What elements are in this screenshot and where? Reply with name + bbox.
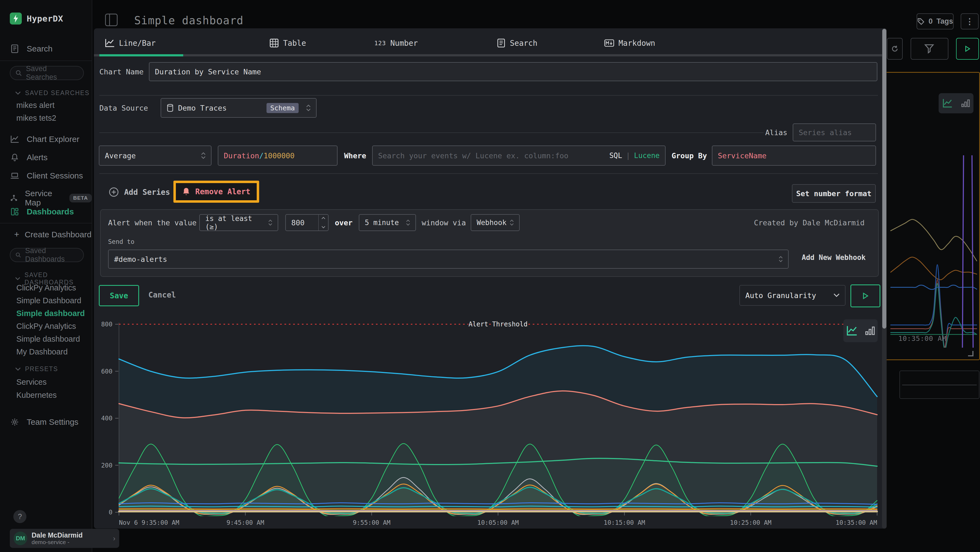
aggregation-select[interactable]: Average [99,145,212,166]
sidebar-collapse-icon[interactable] [105,14,118,26]
saved-dashboards-input[interactable]: Saved Dashboards [10,248,84,262]
tab-table[interactable]: Table [269,36,306,50]
series-flat-orange [119,508,877,509]
alias-input[interactable]: Series alias [793,123,876,141]
sql-toggle[interactable]: SQL [609,152,622,160]
refresh-icon [891,45,899,53]
group-by-input[interactable]: ServiceName [712,145,876,166]
dashboard-item-2[interactable]: Simple dashboard [16,309,85,318]
svg-text:800: 800 [101,321,113,328]
bg-chart-type-toggle[interactable] [939,93,974,113]
chart-name-input[interactable]: Duration by Service Name [149,62,877,81]
lucene-toggle[interactable]: Lucene [634,152,660,160]
dashboard-item-4[interactable]: Simple dashboard [16,335,80,343]
run-chart-button[interactable] [850,284,880,307]
help-button[interactable]: ? [13,510,26,523]
gear-icon [10,418,20,426]
group-by-label: Group By [671,145,707,166]
save-button[interactable]: Save [99,285,139,306]
dashboard-tile-2 [899,370,980,399]
dashboard-item-3[interactable]: ClickPy Analytics [16,322,76,331]
beta-badge: BETA [69,194,92,203]
chart-type-toggle[interactable] [843,319,878,342]
chevron-down-icon [15,91,21,95]
editor-tabs: Line/Bar Table 123 Number Search Markdow… [94,28,886,56]
sidebar-item-dashboards[interactable]: Dashboards [10,207,74,216]
preset-item-0[interactable]: Services [16,378,46,387]
dashboard-item-1[interactable]: Simple Dashboard [16,296,81,305]
series-bg-orange [891,257,977,280]
sidebar-item-client-sessions[interactable]: Client Sessions [10,171,83,180]
tab-markdown[interactable]: Markdown [605,36,655,50]
alert-comparator-select[interactable]: is at least (≥) [199,214,278,231]
sidebar-item-service-map[interactable]: Service Map BETA [10,189,92,207]
alert-window-select[interactable]: 5 minute [359,214,416,231]
filter-button[interactable] [911,38,948,60]
kebab-menu-button[interactable]: ⋮ [961,13,978,29]
search-icon [15,252,21,258]
play-icon [964,45,971,52]
chevron-updown-icon [201,152,205,159]
svg-text:Alert Threshold: Alert Threshold [468,321,528,328]
remove-alert-button[interactable]: Remove Alert [173,181,259,203]
create-dashboard-button[interactable]: + Create Dashboard [14,230,91,239]
divider [99,132,764,133]
dashboard-item-0[interactable]: ClickPy Analytics [16,283,76,292]
svg-text:10:05:00 AM: 10:05:00 AM [477,519,519,526]
sidebar-item-alerts[interactable]: Alerts [10,153,48,162]
where-label: Where [344,145,366,166]
cancel-button[interactable]: Cancel [148,285,176,305]
number-stepper[interactable] [318,215,328,230]
saved-search-item-1[interactable]: mikes tets2 [16,113,56,123]
alert-channel-select[interactable]: Webhook [471,214,520,231]
add-new-webhook-button[interactable]: Add New Webhook [802,254,865,262]
modal-scrollbar[interactable] [882,28,887,528]
tags-count: 0 [929,17,932,26]
sidebar-item-search[interactable]: Search [10,44,52,53]
scrollbar-thumb[interactable] [882,29,886,329]
svg-text:600: 600 [101,368,113,375]
sidebar-item-label: Search [27,44,52,53]
tab-number[interactable]: 123 Number [374,36,418,50]
add-series-button[interactable]: Add Series [109,183,170,201]
send-to-select[interactable]: #demo-alerts [108,250,789,269]
bar-chart-icon [865,325,875,336]
tile-resize-handle[interactable] [968,351,974,356]
saved-searches-header[interactable]: SAVED SEARCHES [15,89,89,97]
refresh-button[interactable] [887,38,903,60]
presets-header[interactable]: PRESETS [15,365,58,373]
formula-input[interactable]: Duration/1000000 [218,145,337,166]
bg-x-axis-label: 10:35:00 AM [898,335,947,343]
service-map-icon [10,194,18,202]
alert-prefix: Alert when the value [108,214,197,231]
plus-icon: + [14,230,19,239]
series-bg-blueflat [891,285,977,290]
saved-search-item-0[interactable]: mikes alert [16,101,54,110]
series-bg-purplespike [891,153,977,351]
chart-explorer-icon [10,135,20,143]
saved-searches-input[interactable]: Saved Searches [10,66,84,80]
bell-icon [182,187,190,196]
user-card[interactable]: DM Dale McDiarmid demo-service - › [10,529,119,548]
bell-icon [10,153,20,161]
dashboard-item-5[interactable]: My Dashboard [16,348,68,356]
data-source-select[interactable]: Demo Traces Schema [161,98,317,118]
preset-item-1[interactable]: Kubernetes [16,391,57,400]
app-root: Simple dashboard 0 Tags ⋮ 10:35:00 AM [0,0,980,552]
alert-settings-panel: Alert when the value is at least (≥) 800… [100,209,879,277]
run-query-button-background[interactable] [956,38,979,60]
alias-label: Alias [765,123,787,141]
tab-search[interactable]: Search [497,36,538,50]
where-search-input[interactable]: Search your events w/ Lucene ex. column:… [372,145,666,166]
chevron-updown-icon [510,220,514,226]
send-to-label: Send to [108,238,134,245]
sidebar-item-team-settings[interactable]: Team Settings [10,417,78,427]
brand[interactable]: HyperDX [10,13,63,24]
set-number-format-button[interactable]: Set number format [792,184,876,203]
chevron-updown-icon [306,105,310,111]
auto-granularity-select[interactable]: Auto Granularity [739,285,846,306]
alert-threshold-input[interactable]: 800 [285,214,329,231]
tags-button[interactable]: 0 Tags [916,13,954,29]
tab-line-bar[interactable]: Line/Bar [105,36,156,50]
sidebar-item-chart-explorer[interactable]: Chart Explorer [10,135,79,144]
